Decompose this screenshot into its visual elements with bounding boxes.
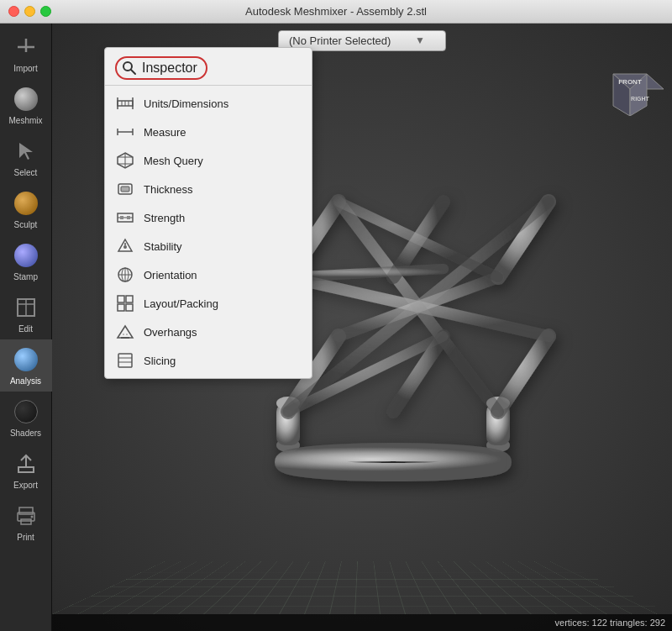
units-dimensions-icon — [115, 93, 135, 113]
menu-item-slicing[interactable]: Slicing — [105, 346, 312, 375]
viewport[interactable]: (No Printer Selected) ▼ — [52, 24, 672, 631]
maximize-button[interactable] — [40, 6, 51, 17]
svg-rect-67 — [120, 216, 123, 219]
svg-rect-77 — [126, 296, 133, 302]
svg-line-49 — [131, 70, 135, 74]
svg-rect-7 — [18, 467, 34, 472]
menu-item-orientation-label: Orientation — [144, 269, 197, 281]
analysis-icon — [13, 346, 39, 373]
menu-item-layout-packing[interactable]: Layout/Packing — [105, 289, 312, 318]
meshmix-icon — [13, 86, 39, 113]
status-text: vertices: 122 triangles: 292 — [555, 618, 665, 628]
sidebar-item-export-label: Export — [13, 481, 38, 490]
menu-item-layout-packing-label: Layout/Packing — [144, 297, 218, 310]
inspector-oval: Inspector — [115, 56, 207, 80]
menu-item-strength[interactable]: Strength — [105, 203, 312, 232]
svg-text:RIGHT: RIGHT — [631, 96, 650, 102]
analysis-dropdown-menu: Inspector Units/Dimensions — [104, 47, 312, 379]
shaders-icon — [13, 398, 39, 425]
svg-point-70 — [123, 245, 127, 249]
sidebar-item-analysis[interactable]: Analysis — [0, 339, 52, 392]
import-icon — [13, 34, 39, 60]
layout-packing-icon — [115, 293, 135, 313]
sidebar-item-export[interactable]: Export — [0, 444, 52, 496]
strength-icon — [115, 208, 135, 228]
svg-point-11 — [30, 515, 33, 518]
svg-rect-79 — [126, 304, 133, 311]
svg-rect-76 — [118, 296, 124, 302]
svg-rect-83 — [118, 354, 132, 367]
sidebar-item-print[interactable]: Print — [0, 496, 52, 548]
menu-item-stability[interactable]: Stability — [105, 232, 312, 260]
stability-icon — [115, 236, 135, 256]
sculpt-icon — [13, 190, 39, 217]
sidebar-item-shaders-label: Shaders — [10, 429, 41, 438]
sidebar-item-import[interactable]: Import — [0, 27, 52, 79]
thickness-icon — [115, 179, 135, 199]
status-bar: vertices: 122 triangles: 292 — [52, 614, 672, 631]
orientation-cube[interactable]: FRONT RIGHT — [596, 66, 664, 116]
sidebar-item-select-label: Select — [14, 168, 38, 177]
printer-label: (No Printer Selected) — [289, 34, 391, 47]
edit-icon — [13, 294, 39, 321]
sidebar-item-sculpt-label: Sculpt — [14, 220, 38, 229]
menu-item-slicing-label: Slicing — [144, 355, 176, 367]
select-icon — [13, 138, 39, 165]
measure-icon — [115, 122, 135, 142]
menu-item-mesh-query-label: Mesh Query — [144, 155, 203, 167]
sidebar-item-edit[interactable]: Edit — [0, 287, 52, 339]
menu-item-overhangs-label: Overhangs — [144, 326, 197, 339]
sidebar-item-stamp-label: Stamp — [13, 272, 38, 281]
inspector-label: Inspector — [142, 60, 197, 76]
menu-item-strength-label: Strength — [144, 212, 185, 224]
print-icon — [13, 502, 39, 529]
sidebar-item-meshmix[interactable]: Meshmix — [0, 79, 52, 131]
menu-item-units-dimensions-label: Units/Dimensions — [144, 97, 228, 110]
title-bar: Autodesk Meshmixer - Assembly 2.stl — [0, 0, 672, 24]
mesh-query-icon — [115, 150, 135, 171]
menu-item-thickness[interactable]: Thickness — [105, 175, 312, 203]
menu-item-orientation[interactable]: Orientation — [105, 260, 312, 289]
svg-rect-78 — [118, 304, 124, 311]
svg-marker-80 — [118, 326, 133, 338]
menu-item-thickness-label: Thickness — [144, 183, 193, 196]
sidebar-item-edit-label: Edit — [18, 324, 33, 334]
svg-rect-8 — [19, 507, 33, 514]
sidebar-item-import-label: Import — [13, 64, 37, 73]
menu-item-mesh-query[interactable]: Mesh Query — [105, 146, 312, 175]
main-area: Import Meshmix Select Sculpt Stamp — [0, 24, 672, 631]
menu-header: Inspector — [105, 51, 312, 86]
sidebar-item-select[interactable]: Select — [0, 131, 52, 183]
overhangs-icon — [115, 322, 135, 342]
svg-marker-2 — [19, 143, 33, 160]
minimize-button[interactable] — [24, 6, 35, 17]
menu-item-measure[interactable]: Measure — [105, 118, 312, 146]
sidebar-item-shaders[interactable]: Shaders — [0, 392, 52, 444]
window-title: Autodesk Meshmixer - Assembly 2.stl — [245, 5, 427, 18]
svg-text:FRONT: FRONT — [618, 78, 642, 86]
sidebar: Import Meshmix Select Sculpt Stamp — [0, 24, 52, 631]
sidebar-item-sculpt[interactable]: Sculpt — [0, 183, 52, 235]
sidebar-item-stamp[interactable]: Stamp — [0, 235, 52, 287]
grid-floor — [52, 561, 672, 614]
stamp-icon — [13, 242, 39, 269]
svg-rect-64 — [121, 187, 129, 192]
svg-rect-68 — [127, 216, 130, 219]
orientation-icon — [115, 265, 135, 285]
sidebar-item-analysis-label: Analysis — [10, 376, 41, 386]
export-icon — [13, 450, 39, 477]
traffic-lights — [8, 6, 51, 17]
menu-item-units-dimensions[interactable]: Units/Dimensions — [105, 89, 312, 118]
menu-item-overhangs[interactable]: Overhangs — [105, 318, 312, 346]
sidebar-item-meshmix-label: Meshmix — [8, 116, 42, 125]
svg-point-18 — [284, 452, 502, 472]
svg-rect-10 — [21, 519, 31, 524]
menu-item-stability-label: Stability — [144, 240, 182, 253]
search-icon — [122, 60, 137, 76]
slicing-icon — [115, 350, 135, 371]
sidebar-item-print-label: Print — [17, 533, 34, 542]
printer-dropdown-icon: ▼ — [415, 34, 425, 46]
menu-item-measure-label: Measure — [144, 126, 186, 139]
close-button[interactable] — [8, 6, 19, 17]
